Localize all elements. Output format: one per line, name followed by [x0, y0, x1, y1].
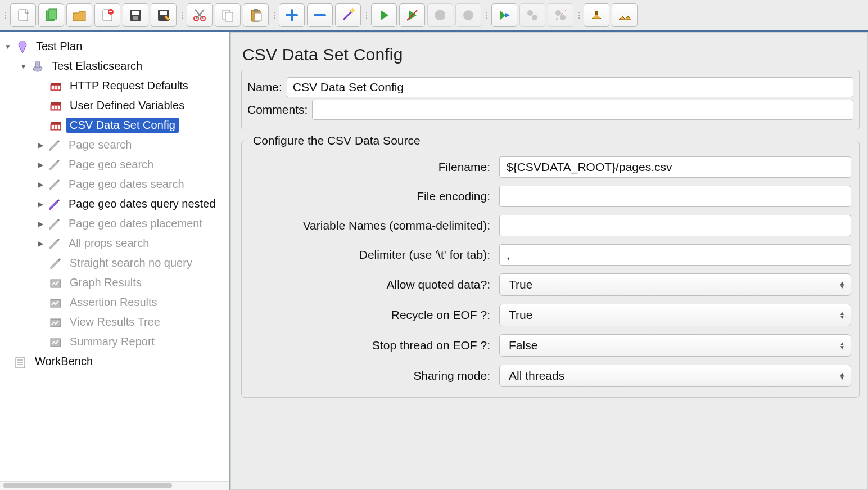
config-icon	[47, 118, 64, 133]
disclosure-icon[interactable]: ▶	[36, 200, 45, 208]
open-button[interactable]	[66, 3, 92, 27]
delimiter-input[interactable]	[499, 244, 851, 266]
filename-input[interactable]	[499, 156, 851, 178]
encoding-input[interactable]	[499, 186, 851, 207]
comments-label: Comments:	[247, 103, 308, 116]
copy-button[interactable]	[215, 3, 241, 27]
cut-button[interactable]	[187, 3, 213, 27]
shutdown-button[interactable]	[455, 3, 481, 27]
tree-node-all-props-search[interactable]: ▶ All props search	[0, 233, 229, 253]
close-button[interactable]	[94, 3, 120, 27]
tree-node-page-geo-dates-query[interactable]: ▶ Page geo dates query nested	[0, 194, 229, 214]
tree-node-straight-search[interactable]: Straight search no query	[0, 253, 229, 273]
tree-node-graph-results[interactable]: Graph Results	[0, 273, 229, 293]
allow-quoted-select[interactable]: True ▲▼	[499, 273, 851, 296]
start-no-timers-button[interactable]	[399, 3, 425, 27]
listener-icon	[47, 295, 64, 310]
config-panel: CSV Data Set Config Name: Comments: Conf…	[230, 32, 868, 490]
clear-all-button[interactable]	[612, 3, 638, 27]
main-split: ▼ Test Plan ▼ Test Elasticsearch HTTP Re…	[0, 32, 868, 490]
sharing-select[interactable]: All threads ▲▼	[499, 365, 851, 387]
stop-button[interactable]	[427, 3, 453, 27]
tree-node-view-results-tree[interactable]: View Results Tree	[0, 312, 229, 332]
tree-horizontal-scrollbar[interactable]	[0, 481, 229, 490]
disclosure-icon[interactable]: ▶	[36, 240, 45, 248]
delimiter-label: Delimiter (use '\t' for tab):	[250, 248, 491, 262]
chevron-updown-icon: ▲▼	[839, 372, 845, 380]
tree-node-page-geo-dates-search[interactable]: ▶ Page geo dates search	[0, 174, 229, 194]
tree-label: Test Elasticsearch	[48, 59, 146, 74]
sampler-icon	[46, 217, 63, 231]
wizard-button[interactable]	[335, 3, 361, 27]
new-icon	[15, 7, 31, 23]
templates-button[interactable]	[38, 3, 64, 27]
tree-node-workbench[interactable]: WorkBench	[0, 352, 229, 371]
add-button[interactable]	[279, 3, 305, 27]
disclosure-icon[interactable]: ▼	[19, 62, 28, 70]
paste-button[interactable]	[243, 3, 269, 27]
allow-quoted-label: Allow quoted data?:	[250, 278, 491, 291]
encoding-label: File encoding:	[250, 190, 491, 203]
tree-label: Assertion Results	[66, 295, 161, 310]
plus-icon	[284, 7, 300, 23]
remote-shutdown-all-button[interactable]	[548, 3, 573, 27]
save-button[interactable]	[123, 3, 148, 27]
disclosure-icon[interactable]: ▼	[3, 43, 12, 51]
remote-stop-icon	[525, 7, 540, 23]
recycle-select[interactable]: True ▲▼	[499, 304, 851, 326]
tree-label: Page geo dates search	[65, 177, 188, 192]
tree-label: All props search	[65, 236, 152, 251]
scrollbar-thumb[interactable]	[3, 483, 172, 488]
save-as-icon	[156, 7, 171, 23]
varnames-input[interactable]	[499, 215, 851, 236]
sharing-label: Sharing mode:	[250, 369, 491, 383]
tree-node-user-vars[interactable]: User Defined Variables	[0, 96, 229, 115]
tree-label: View Results Tree	[66, 314, 164, 330]
tree-label: Page geo dates query nested	[65, 196, 219, 212]
minus-icon	[312, 7, 328, 23]
disclosure-icon[interactable]: ▶	[36, 220, 45, 228]
save-as-button[interactable]	[151, 3, 177, 27]
new-button[interactable]	[10, 3, 36, 27]
config-icon	[47, 98, 64, 113]
tree-node-assertion-results[interactable]: Assertion Results	[0, 293, 229, 312]
stop-icon	[432, 7, 448, 23]
tree-label: Page geo search	[65, 157, 157, 172]
remove-button[interactable]	[307, 3, 333, 27]
tree-label: HTTP Request Defaults	[66, 78, 192, 93]
comments-input[interactable]	[312, 100, 853, 120]
tree-node-test-plan[interactable]: ▼ Test Plan	[0, 37, 229, 56]
stop-select[interactable]: False ▲▼	[499, 334, 851, 357]
tree-node-http-defaults[interactable]: HTTP Request Defaults	[0, 76, 229, 96]
workbench-icon	[12, 354, 29, 369]
disclosure-icon[interactable]: ▶	[36, 141, 45, 149]
tree-node-page-geo-dates-placement[interactable]: ▶ Page geo dates placement	[0, 214, 229, 233]
fieldset-legend: Configure the CSV Data Source	[250, 134, 424, 147]
select-value: All threads	[509, 369, 564, 383]
chevron-updown-icon: ▲▼	[839, 281, 845, 289]
select-value: True	[509, 308, 532, 322]
disclosure-icon[interactable]: ▶	[36, 161, 45, 169]
templates-icon	[43, 7, 59, 23]
name-input[interactable]	[287, 77, 853, 97]
select-value: True	[509, 278, 532, 291]
disclosure-icon[interactable]: ▶	[36, 181, 45, 188]
tree-label: CSV Data Set Config	[66, 118, 179, 133]
chevron-updown-icon: ▲▼	[839, 311, 845, 319]
tree-node-summary-report[interactable]: Summary Report	[0, 332, 229, 352]
tree-node-page-search[interactable]: ▶ Page search	[0, 135, 229, 155]
tree-node-thread-group[interactable]: ▼ Test Elasticsearch	[0, 56, 229, 76]
listener-icon	[47, 335, 64, 349]
close-icon	[100, 7, 115, 23]
clear-button[interactable]	[584, 3, 609, 27]
remote-start-button[interactable]	[491, 3, 517, 27]
sampler-icon	[46, 138, 63, 152]
flask-icon	[13, 39, 30, 54]
remote-stop-all-button[interactable]	[519, 3, 545, 27]
play-icon	[376, 7, 392, 23]
start-button[interactable]	[371, 3, 397, 27]
tree-node-page-geo-search[interactable]: ▶ Page geo search	[0, 155, 229, 174]
tree-node-csv-config[interactable]: CSV Data Set Config	[0, 115, 229, 135]
test-plan-tree[interactable]: ▼ Test Plan ▼ Test Elasticsearch HTTP Re…	[0, 32, 229, 481]
panel-title: CSV Data Set Config	[241, 38, 421, 70]
